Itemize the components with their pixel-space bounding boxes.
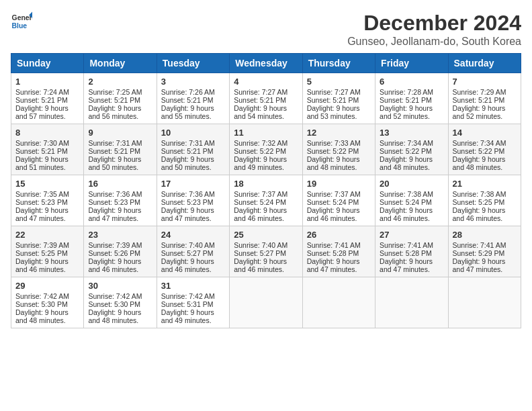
table-row: 19Sunrise: 7:37 AMSunset: 5:24 PMDayligh… — [302, 175, 375, 226]
daylight-text: Daylight: 9 hours and 48 minutes. — [380, 155, 443, 171]
table-row — [448, 277, 521, 328]
day-number: 23 — [88, 230, 152, 240]
day-number: 29 — [15, 281, 79, 291]
daylight-text: Daylight: 9 hours and 57 minutes. — [15, 104, 79, 120]
title-section: December 2024 Gunseo, Jeollanam-do, Sout… — [347, 11, 521, 48]
sunrise-text: Sunrise: 7:41 AM — [453, 241, 517, 249]
sunrise-text: Sunrise: 7:38 AM — [453, 190, 517, 198]
sunset-text: Sunset: 5:22 PM — [453, 147, 517, 155]
daylight-text: Daylight: 9 hours and 51 minutes. — [15, 155, 79, 171]
table-row: 29Sunrise: 7:42 AMSunset: 5:30 PMDayligh… — [11, 277, 84, 328]
svg-text:General: General — [12, 14, 32, 21]
calendar-week-row: 1Sunrise: 7:24 AMSunset: 5:21 PMDaylight… — [11, 73, 521, 124]
day-number: 25 — [234, 230, 298, 240]
sunrise-text: Sunrise: 7:42 AM — [88, 292, 152, 300]
daylight-text: Daylight: 9 hours and 50 minutes. — [88, 155, 152, 171]
sunrise-text: Sunrise: 7:33 AM — [307, 139, 371, 147]
daylight-text: Daylight: 9 hours and 48 minutes. — [307, 155, 371, 171]
daylight-text: Daylight: 9 hours and 47 minutes. — [88, 206, 152, 222]
daylight-text: Daylight: 9 hours and 46 minutes. — [380, 206, 443, 222]
day-number: 5 — [307, 77, 371, 87]
daylight-text: Daylight: 9 hours and 47 minutes. — [161, 206, 225, 222]
sunset-text: Sunset: 5:22 PM — [307, 147, 371, 155]
sunrise-text: Sunrise: 7:37 AM — [234, 190, 298, 198]
day-number: 17 — [161, 179, 225, 189]
sunrise-text: Sunrise: 7:37 AM — [307, 190, 371, 198]
calendar-header-monday: Monday — [84, 54, 157, 73]
table-row: 23Sunrise: 7:39 AMSunset: 5:26 PMDayligh… — [84, 226, 157, 277]
logo: General Blue — [11, 11, 32, 32]
sunset-text: Sunset: 5:21 PM — [234, 96, 298, 104]
sunrise-text: Sunrise: 7:24 AM — [15, 88, 79, 96]
sunrise-text: Sunrise: 7:39 AM — [15, 241, 79, 249]
day-number: 2 — [88, 77, 152, 87]
table-row: 14Sunrise: 7:34 AMSunset: 5:22 PMDayligh… — [448, 124, 521, 175]
sunset-text: Sunset: 5:31 PM — [161, 300, 225, 308]
sunrise-text: Sunrise: 7:29 AM — [453, 88, 517, 96]
daylight-text: Daylight: 9 hours and 52 minutes. — [380, 104, 443, 120]
day-number: 30 — [88, 281, 152, 291]
calendar-header-tuesday: Tuesday — [157, 54, 229, 73]
main-title: December 2024 — [347, 11, 521, 36]
calendar-week-row: 15Sunrise: 7:35 AMSunset: 5:23 PMDayligh… — [11, 175, 521, 226]
table-row: 30Sunrise: 7:42 AMSunset: 5:30 PMDayligh… — [84, 277, 157, 328]
day-number: 7 — [453, 77, 517, 87]
sunset-text: Sunset: 5:24 PM — [234, 198, 298, 206]
daylight-text: Daylight: 9 hours and 46 minutes. — [453, 206, 517, 222]
calendar-header-wednesday: Wednesday — [230, 54, 302, 73]
sunset-text: Sunset: 5:25 PM — [453, 198, 517, 206]
daylight-text: Daylight: 9 hours and 48 minutes. — [15, 308, 79, 324]
table-row: 17Sunrise: 7:36 AMSunset: 5:23 PMDayligh… — [157, 175, 229, 226]
sunset-text: Sunset: 5:30 PM — [15, 300, 79, 308]
day-number: 13 — [380, 128, 443, 138]
sunrise-text: Sunrise: 7:31 AM — [88, 139, 152, 147]
table-row: 21Sunrise: 7:38 AMSunset: 5:25 PMDayligh… — [448, 175, 521, 226]
day-number: 21 — [453, 179, 517, 189]
sunset-text: Sunset: 5:21 PM — [453, 96, 517, 104]
header-section: General Blue December 2024 Gunseo, Jeoll… — [11, 11, 521, 48]
day-number: 28 — [453, 230, 517, 240]
day-number: 3 — [161, 77, 225, 87]
sunrise-text: Sunrise: 7:35 AM — [15, 190, 79, 198]
daylight-text: Daylight: 9 hours and 46 minutes. — [234, 257, 298, 273]
table-row: 13Sunrise: 7:34 AMSunset: 5:22 PMDayligh… — [375, 124, 448, 175]
sunset-text: Sunset: 5:21 PM — [88, 147, 152, 155]
sunset-text: Sunset: 5:23 PM — [15, 198, 79, 206]
sunrise-text: Sunrise: 7:31 AM — [161, 139, 225, 147]
day-number: 31 — [161, 281, 225, 291]
sunrise-text: Sunrise: 7:42 AM — [15, 292, 79, 300]
table-row — [230, 277, 302, 328]
table-row: 4Sunrise: 7:27 AMSunset: 5:21 PMDaylight… — [230, 73, 302, 124]
day-number: 12 — [307, 128, 371, 138]
table-row: 27Sunrise: 7:41 AMSunset: 5:28 PMDayligh… — [375, 226, 448, 277]
daylight-text: Daylight: 9 hours and 49 minutes. — [161, 308, 225, 324]
daylight-text: Daylight: 9 hours and 53 minutes. — [307, 104, 371, 120]
day-number: 22 — [15, 230, 79, 240]
table-row: 10Sunrise: 7:31 AMSunset: 5:21 PMDayligh… — [157, 124, 229, 175]
sunset-text: Sunset: 5:22 PM — [234, 147, 298, 155]
sunrise-text: Sunrise: 7:41 AM — [307, 241, 371, 249]
table-row: 11Sunrise: 7:32 AMSunset: 5:22 PMDayligh… — [230, 124, 302, 175]
table-row: 24Sunrise: 7:40 AMSunset: 5:27 PMDayligh… — [157, 226, 229, 277]
daylight-text: Daylight: 9 hours and 49 minutes. — [234, 155, 298, 171]
day-number: 18 — [234, 179, 298, 189]
daylight-text: Daylight: 9 hours and 46 minutes. — [307, 206, 371, 222]
sunrise-text: Sunrise: 7:32 AM — [234, 139, 298, 147]
sunrise-text: Sunrise: 7:39 AM — [88, 241, 152, 249]
day-number: 8 — [15, 128, 79, 138]
day-number: 1 — [15, 77, 79, 87]
sunset-text: Sunset: 5:29 PM — [453, 249, 517, 257]
day-number: 14 — [453, 128, 517, 138]
daylight-text: Daylight: 9 hours and 46 minutes. — [234, 206, 298, 222]
sunset-text: Sunset: 5:28 PM — [380, 249, 443, 257]
table-row: 22Sunrise: 7:39 AMSunset: 5:25 PMDayligh… — [11, 226, 84, 277]
sunrise-text: Sunrise: 7:41 AM — [380, 241, 443, 249]
sunset-text: Sunset: 5:21 PM — [307, 96, 371, 104]
daylight-text: Daylight: 9 hours and 47 minutes. — [307, 257, 371, 273]
calendar-header-friday: Friday — [375, 54, 448, 73]
table-row: 8Sunrise: 7:30 AMSunset: 5:21 PMDaylight… — [11, 124, 84, 175]
day-number: 10 — [161, 128, 225, 138]
sunset-text: Sunset: 5:21 PM — [161, 96, 225, 104]
sunrise-text: Sunrise: 7:38 AM — [380, 190, 443, 198]
daylight-text: Daylight: 9 hours and 52 minutes. — [453, 104, 517, 120]
